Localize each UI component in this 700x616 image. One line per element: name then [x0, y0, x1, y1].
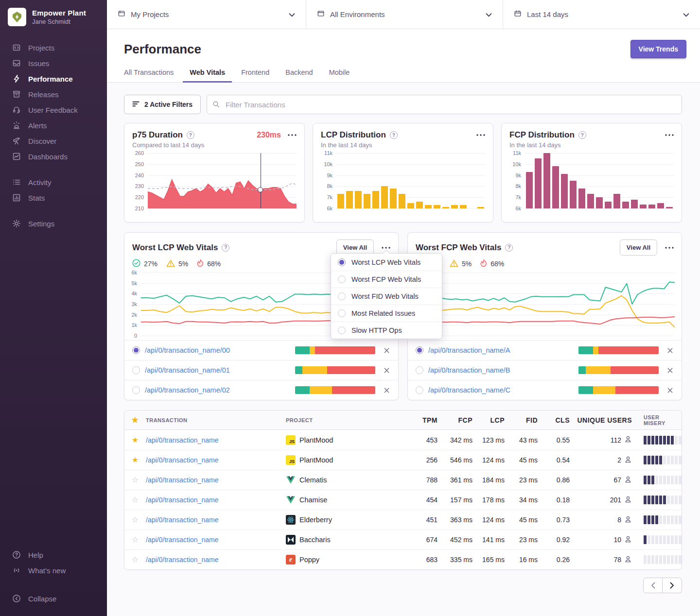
- transaction-link[interactable]: /api/0/transaction_name/02: [145, 386, 295, 394]
- transaction-link[interactable]: /api/0/transaction_name: [146, 556, 286, 564]
- active-filters-button[interactable]: 2 Active Filters: [124, 95, 201, 114]
- ellipsis-menu-icon[interactable]: [665, 132, 674, 138]
- column-header[interactable]: FCP: [438, 416, 472, 424]
- menu-item[interactable]: Most Related Issues: [331, 305, 442, 322]
- search-input[interactable]: [207, 95, 682, 114]
- tab-all-transactions[interactable]: All Transactions: [117, 65, 180, 83]
- column-header[interactable]: PROJECT: [286, 417, 407, 423]
- column-header[interactable]: CLS: [538, 416, 570, 424]
- close-icon[interactable]: [383, 347, 390, 354]
- radio-button[interactable]: [338, 275, 346, 283]
- sidebar-item-performance[interactable]: Performance: [0, 71, 107, 86]
- p75-area-chart[interactable]: 260250240230220210: [132, 153, 297, 208]
- menu-item[interactable]: Worst FID Web Vitals: [331, 288, 442, 305]
- sidebar-item-dashboards[interactable]: Dashboards: [0, 149, 107, 164]
- radio-button[interactable]: [416, 386, 423, 394]
- bolt-icon: [12, 74, 21, 83]
- ellipsis-menu-icon[interactable]: [476, 132, 485, 138]
- radio-button[interactable]: [338, 309, 346, 317]
- star-icon[interactable]: ★: [124, 456, 146, 464]
- filter-icon: [132, 101, 140, 109]
- sidebar-item-issues[interactable]: Issues: [0, 55, 107, 71]
- radio-button[interactable]: [132, 366, 140, 374]
- column-header[interactable]: FID: [505, 416, 538, 424]
- view-trends-button[interactable]: View Trends: [630, 40, 686, 58]
- close-icon[interactable]: [383, 387, 390, 394]
- transaction-link[interactable]: /api/0/transaction_name: [146, 436, 286, 444]
- sidebar-item-collapse[interactable]: Collapse: [0, 591, 107, 606]
- star-icon[interactable]: ☆: [124, 516, 146, 524]
- column-header[interactable]: LCP: [472, 416, 505, 424]
- help-icon[interactable]: ?: [578, 131, 586, 139]
- column-header[interactable]: TPM: [407, 416, 438, 424]
- menu-item[interactable]: Worst LCP Web Vitals: [331, 254, 442, 271]
- radio-button[interactable]: [132, 346, 140, 354]
- star-icon[interactable]: ☆: [124, 536, 146, 544]
- tab-frontend[interactable]: Frontend: [234, 65, 276, 83]
- sidebar-item-settings[interactable]: Settings: [0, 216, 107, 231]
- radio-button[interactable]: [338, 258, 346, 266]
- radio-button[interactable]: [416, 346, 423, 354]
- tab-mobile[interactable]: Mobile: [322, 65, 357, 83]
- sidebar-item-alerts[interactable]: Alerts: [0, 118, 107, 133]
- sidebar-item-projects[interactable]: Projects: [0, 40, 107, 55]
- sidebar-item-user-feedback[interactable]: User Feedback: [0, 102, 107, 118]
- sidebar-item-discover[interactable]: Discover: [0, 133, 107, 149]
- star-icon[interactable]: ☆: [124, 496, 146, 504]
- sidebar-item-stats[interactable]: Stats: [0, 190, 107, 205]
- close-icon[interactable]: [666, 367, 674, 374]
- menu-item[interactable]: Worst FCP Web Vitals: [331, 271, 442, 288]
- help-icon[interactable]: ?: [390, 131, 398, 139]
- menu-item[interactable]: Slow HTTP Ops: [331, 322, 442, 339]
- star-icon[interactable]: ☆: [124, 556, 146, 564]
- sidebar-item-activity[interactable]: Activity: [0, 174, 107, 190]
- environment-filter-dropdown[interactable]: All Environments: [306, 0, 503, 29]
- user-misery-bar: [632, 535, 682, 544]
- column-header[interactable]: TRANSACTION: [146, 417, 286, 423]
- view-all-button[interactable]: View All: [620, 240, 657, 256]
- radio-button[interactable]: [338, 292, 346, 300]
- sidebar-item-label: Stats: [28, 194, 45, 202]
- radio-button[interactable]: [132, 386, 140, 394]
- vue-project-icon: [286, 495, 296, 505]
- sidebar-item-whats-new[interactable]: What’s new: [0, 563, 107, 578]
- vitals-transaction-row: /api/0/transaction_name/C: [408, 380, 682, 400]
- radio-button[interactable]: [338, 326, 346, 334]
- transaction-link[interactable]: /api/0/transaction_name: [146, 456, 286, 464]
- ellipsis-menu-icon[interactable]: [665, 245, 674, 251]
- close-icon[interactable]: [666, 387, 674, 394]
- transaction-link[interactable]: /api/0/transaction_name/A: [428, 346, 578, 354]
- sidebar-item-releases[interactable]: Releases: [0, 86, 107, 102]
- column-header[interactable]: UNIQUE USERS: [570, 416, 632, 424]
- transaction-link[interactable]: /api/0/transaction_name/00: [145, 346, 295, 354]
- radio-button[interactable]: [416, 366, 423, 374]
- help-icon[interactable]: ?: [505, 244, 513, 252]
- previous-page-button[interactable]: [643, 578, 663, 593]
- close-icon[interactable]: [383, 367, 390, 374]
- sidebar-item-help[interactable]: Help: [0, 547, 107, 563]
- ellipsis-menu-icon[interactable]: [288, 132, 297, 138]
- date-range-dropdown[interactable]: Last 14 days: [503, 0, 700, 29]
- column-header[interactable]: USER MISERY: [632, 414, 682, 426]
- transaction-link[interactable]: /api/0/transaction_name: [146, 516, 286, 524]
- user-misery-bar: [632, 496, 682, 504]
- fid-value: 16 ms: [505, 556, 538, 564]
- help-icon[interactable]: ?: [222, 244, 229, 252]
- star-column-header[interactable]: ★: [124, 416, 146, 424]
- transaction-link[interactable]: /api/0/transaction_name: [146, 476, 286, 484]
- org-switcher[interactable]: Empower Plant Jane Schmidt: [0, 8, 107, 26]
- star-icon[interactable]: ☆: [124, 476, 146, 484]
- star-icon[interactable]: ★: [124, 436, 146, 444]
- transaction-link[interactable]: /api/0/transaction_name: [146, 496, 286, 504]
- tab-web-vitals[interactable]: Web Vitals: [183, 65, 232, 83]
- transaction-link[interactable]: /api/0/transaction_name/01: [145, 366, 295, 374]
- close-icon[interactable]: [666, 347, 674, 354]
- transaction-link[interactable]: /api/0/transaction_name: [146, 536, 286, 544]
- next-page-button[interactable]: [663, 578, 682, 593]
- help-icon[interactable]: ?: [187, 131, 194, 139]
- user-misery-bar: [632, 476, 682, 484]
- transaction-link[interactable]: /api/0/transaction_name/B: [428, 366, 578, 374]
- transaction-link[interactable]: /api/0/transaction_name/C: [428, 386, 578, 394]
- project-filter-dropdown[interactable]: My Projects: [107, 0, 306, 29]
- tab-backend[interactable]: Backend: [279, 65, 319, 83]
